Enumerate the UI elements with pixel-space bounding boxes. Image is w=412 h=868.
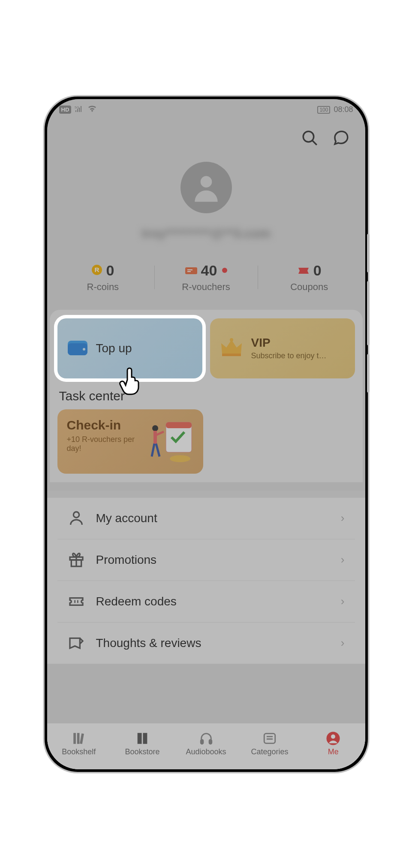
svg-point-3	[200, 176, 212, 188]
coupon-icon	[297, 262, 310, 279]
search-icon[interactable]	[301, 129, 319, 149]
nav-label: Bookshelf	[62, 747, 96, 756]
vip-title: VIP	[251, 336, 328, 350]
svg-rect-27	[80, 733, 84, 744]
nav-bookshelf[interactable]: Bookshelf	[47, 731, 111, 756]
checkin-card[interactable]: Check-in +10 R-vouchers per day!	[57, 409, 203, 474]
username[interactable]: troy*********@**3.com	[141, 226, 271, 241]
svg-rect-6	[185, 267, 197, 274]
rvouchers-label: R-vouchers	[154, 281, 258, 293]
hd-badge: HD	[59, 106, 72, 114]
svg-rect-25	[73, 733, 76, 744]
menu-section: My account › Promotions › Redeem codes ›	[47, 491, 365, 664]
checkin-subtitle: +10 R-vouchers per day!	[67, 435, 140, 453]
currency-stats: R 0 R-coins 40 R-vouchers 0 Coupons	[47, 254, 365, 310]
checkin-illustration	[147, 418, 194, 465]
nav-categories[interactable]: Categories	[238, 731, 301, 756]
crown-icon	[220, 337, 244, 360]
tutorial-cursor-icon	[118, 365, 144, 395]
bottom-nav: Bookshelf Bookstore Audiobooks Categorie…	[47, 723, 365, 769]
checkin-title: Check-in	[67, 418, 140, 432]
rcoins-label: R-coins	[51, 281, 155, 293]
gift-icon	[68, 551, 85, 569]
svg-rect-17	[153, 431, 157, 444]
svg-line-19	[152, 444, 154, 457]
menu-label: Redeem codes	[96, 595, 330, 608]
wifi-icon	[87, 105, 97, 114]
svg-point-16	[152, 425, 158, 431]
avatar[interactable]	[180, 162, 232, 213]
stat-coupons[interactable]: 0 Coupons	[258, 262, 361, 293]
menu-redeem-codes[interactable]: Redeem codes ›	[57, 581, 355, 623]
voucher-icon	[185, 262, 198, 279]
chat-icon[interactable]	[332, 129, 350, 149]
ticket-icon	[68, 593, 85, 610]
task-center-heading: Task center	[59, 389, 353, 403]
chevron-right-icon: ›	[341, 595, 345, 608]
phone-frame: HD 5G 100 08:08	[43, 95, 369, 773]
svg-rect-14	[166, 422, 192, 428]
status-bar: HD 5G 100 08:08	[47, 99, 365, 121]
chevron-right-icon: ›	[341, 553, 345, 566]
coin-icon: R	[91, 262, 102, 279]
cards-section: Top up VIP Subscribe to enjoy th… Task c…	[50, 310, 363, 482]
svg-point-21	[73, 512, 79, 517]
nav-label: Categories	[251, 747, 288, 756]
svg-rect-29	[209, 739, 212, 744]
svg-rect-26	[77, 733, 79, 744]
nav-bookstore[interactable]: Bookstore	[111, 731, 174, 756]
nav-me[interactable]: Me	[301, 731, 365, 756]
nav-label: Audiobooks	[186, 747, 226, 756]
review-icon	[68, 635, 85, 652]
stat-rcoins[interactable]: R 0 R-coins	[51, 262, 155, 293]
menu-thoughts-reviews[interactable]: Thoughts & reviews ›	[57, 623, 355, 664]
nav-label: Me	[328, 747, 339, 756]
battery-badge: 100	[317, 106, 330, 114]
screen: HD 5G 100 08:08	[47, 99, 365, 769]
svg-point-1	[303, 131, 314, 142]
nav-label: Bookstore	[125, 747, 160, 756]
svg-text:R: R	[95, 266, 99, 273]
stat-rvouchers[interactable]: 40 R-vouchers	[154, 262, 258, 293]
menu-label: Promotions	[96, 553, 330, 567]
svg-line-18	[156, 432, 164, 435]
nav-audiobooks[interactable]: Audiobooks	[174, 731, 238, 756]
menu-label: My account	[96, 511, 330, 525]
chevron-right-icon: ›	[341, 636, 345, 650]
menu-my-account[interactable]: My account ›	[57, 498, 355, 539]
rcoins-value: 0	[106, 262, 114, 279]
coupons-value: 0	[313, 262, 322, 279]
menu-label: Thoughts & reviews	[96, 636, 330, 650]
svg-text:5G: 5G	[75, 106, 79, 109]
coupons-label: Coupons	[258, 281, 361, 293]
vip-subtitle: Subscribe to enjoy th…	[251, 351, 328, 360]
menu-promotions[interactable]: Promotions ›	[57, 539, 355, 581]
notification-dot	[222, 268, 227, 273]
svg-point-15	[170, 455, 190, 462]
svg-point-11	[83, 348, 85, 351]
person-icon	[68, 510, 85, 527]
svg-line-20	[156, 444, 159, 457]
svg-point-12	[230, 338, 233, 342]
svg-rect-28	[201, 739, 203, 744]
vip-card[interactable]: VIP Subscribe to enjoy th…	[210, 318, 355, 378]
clock: 08:08	[334, 105, 353, 114]
svg-point-34	[331, 734, 335, 738]
chevron-right-icon: ›	[341, 511, 345, 525]
topup-title: Top up	[96, 342, 132, 355]
rvouchers-value: 40	[201, 262, 217, 279]
wallet-icon	[67, 338, 88, 359]
svg-line-2	[312, 140, 317, 145]
network-indicator: 5G	[75, 105, 84, 114]
profile-section: troy*********@**3.com	[47, 153, 365, 254]
